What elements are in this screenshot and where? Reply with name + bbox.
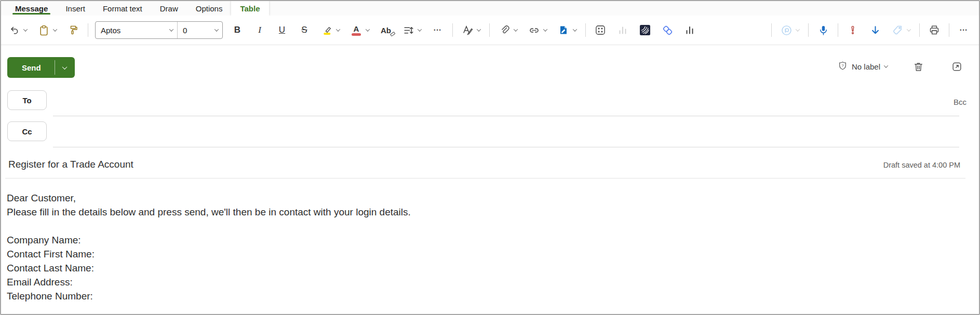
cc-recipients-field[interactable] (53, 121, 959, 147)
print-button[interactable] (927, 22, 942, 38)
cc-button[interactable]: Cc (7, 121, 47, 141)
paste-dropdown[interactable] (51, 22, 59, 38)
attach-dropdown[interactable] (512, 22, 519, 38)
exclamation-icon (848, 25, 858, 35)
open-in-new-window-button[interactable] (949, 58, 964, 75)
tab-options-label: Options (196, 4, 223, 13)
toolbar-divider (585, 23, 586, 37)
highlight-button[interactable] (319, 22, 334, 38)
dictate-button[interactable] (815, 22, 831, 38)
interlocked-shapes-addin-icon (662, 25, 673, 36)
low-importance-button[interactable] (867, 22, 883, 38)
body-line: Contact First Name: (7, 247, 969, 261)
down-arrow-icon (870, 25, 881, 36)
toolbar-divider (808, 23, 809, 37)
toolbar-overflow-button[interactable]: ••• (956, 22, 972, 38)
bcc-toggle[interactable]: Bcc (954, 98, 966, 106)
toolbar-divider (452, 23, 453, 37)
font-combo: Aptos 0 (95, 21, 223, 39)
chevron-down-icon (53, 27, 57, 31)
to-button[interactable]: To (7, 90, 47, 110)
microphone-icon (818, 25, 829, 36)
dark-swirl-addin-button[interactable] (637, 22, 653, 38)
paperclip-icon (499, 25, 510, 36)
chevron-down-icon (543, 27, 547, 31)
chevron-down-icon (477, 27, 481, 31)
ellipsis-icon: ••• (960, 28, 968, 33)
strikethrough-icon: S (301, 25, 307, 35)
discard-draft-button[interactable] (910, 58, 926, 75)
styles-button[interactable] (460, 22, 475, 38)
more-formatting-button[interactable]: ••• (430, 22, 446, 38)
font-color-icon: A (352, 25, 361, 36)
paste-button[interactable] (36, 22, 51, 38)
send-options-dropdown[interactable] (55, 57, 75, 78)
signature-dropdown[interactable] (571, 22, 579, 38)
clear-formatting-button[interactable]: Ab (378, 22, 394, 38)
toolbar-divider (838, 23, 838, 37)
tab-draw-label: Draw (160, 4, 178, 13)
strikethrough-button[interactable]: S (297, 22, 312, 38)
to-recipients-field[interactable]: Bcc (53, 90, 959, 116)
chevron-down-icon (907, 27, 911, 31)
send-button[interactable]: Send (7, 57, 55, 78)
italic-icon: I (258, 25, 261, 35)
signature-button[interactable] (556, 22, 571, 38)
tab-message-label: Message (15, 4, 48, 13)
underline-button[interactable]: U (274, 22, 290, 38)
chevron-down-icon (514, 27, 518, 31)
tab-format-text[interactable]: Format text (94, 1, 151, 16)
copilot-button[interactable] (778, 22, 794, 38)
tab-message[interactable]: Message (6, 1, 57, 16)
sensitivity-label-value: No label (852, 62, 880, 71)
line-spacing-dropdown[interactable] (416, 22, 423, 38)
popout-icon (951, 61, 962, 72)
ellipsis-icon: ••• (434, 28, 441, 33)
font-size-value: 0 (183, 26, 187, 35)
copilot-dropdown[interactable] (794, 22, 801, 38)
tab-insert[interactable]: Insert (57, 1, 94, 16)
send-label: Send (22, 63, 41, 72)
high-importance-button[interactable] (845, 22, 861, 38)
sensitivity-button[interactable] (890, 22, 905, 38)
bar-chart-icon (684, 24, 695, 36)
bar-chart-faint-icon (617, 24, 628, 36)
undo-icon (9, 25, 19, 35)
cc-label: Cc (22, 127, 32, 136)
chevron-down-icon (214, 27, 219, 31)
italic-button[interactable]: I (252, 22, 267, 38)
message-body-editor[interactable]: Dear Customer, Please fill in the detail… (7, 191, 969, 310)
subject-divider (5, 178, 965, 179)
line-spacing-button[interactable] (400, 22, 416, 38)
attach-file-button[interactable] (496, 22, 512, 38)
apps-button[interactable] (593, 22, 608, 38)
format-painter-button[interactable] (65, 22, 81, 38)
toolbar-right-cluster: ••• (771, 22, 972, 38)
tab-table[interactable]: Table (231, 1, 269, 16)
paste-icon (38, 25, 49, 36)
toolbar-divider (919, 23, 920, 37)
sensitivity-dropdown[interactable] (905, 22, 912, 38)
font-color-button[interactable]: A (348, 22, 364, 38)
chart-addin-disabled-button[interactable] (615, 22, 630, 38)
subject-field[interactable]: Register for a Trade Account (8, 159, 133, 170)
styles-dropdown[interactable] (475, 22, 482, 38)
bold-button[interactable]: B (230, 22, 245, 38)
link-dropdown[interactable] (542, 22, 549, 38)
tab-options[interactable]: Options (187, 1, 232, 16)
undo-dropdown[interactable] (22, 22, 29, 38)
highlight-dropdown[interactable] (334, 22, 342, 38)
tab-draw[interactable]: Draw (151, 1, 187, 16)
format-painter-icon (68, 25, 78, 35)
apps-grid-icon (595, 24, 606, 36)
undo-button[interactable] (6, 22, 22, 38)
blue-loops-addin-button[interactable] (660, 22, 675, 38)
chart-addin-button[interactable] (682, 22, 697, 38)
chevron-down-icon (62, 64, 68, 70)
insert-link-button[interactable] (526, 22, 542, 38)
sensitivity-label-dropdown[interactable]: ? No label (838, 61, 888, 72)
font-size-select[interactable]: 0 (178, 22, 222, 38)
svg-text:?: ? (841, 63, 844, 68)
font-color-dropdown[interactable] (364, 22, 371, 38)
font-name-select[interactable]: Aptos (96, 22, 178, 38)
